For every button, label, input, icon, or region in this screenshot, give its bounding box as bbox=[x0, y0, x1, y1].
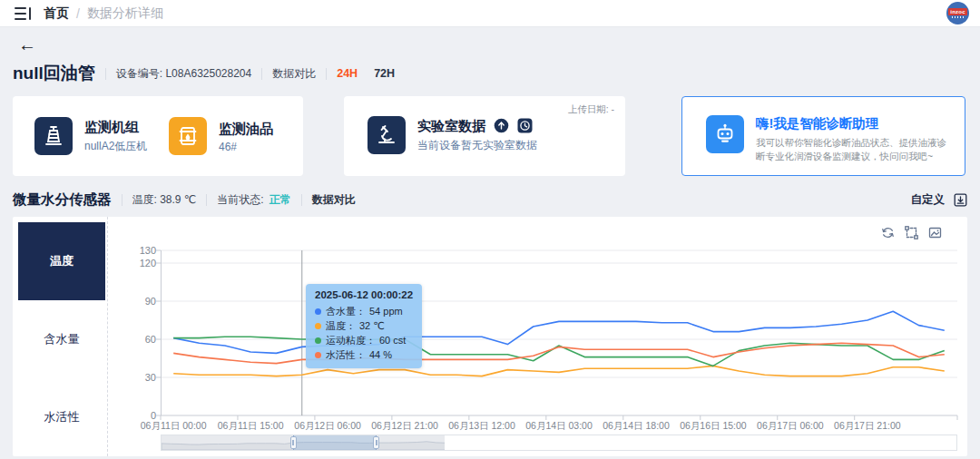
datazoom-handle-left[interactable] bbox=[290, 436, 297, 449]
ai-title: 嗨!我是智能诊断助理 bbox=[756, 115, 954, 132]
ai-description: 我可以帮你智能化诊断油品状态、提供油液诊断专业化润滑设备监测建议，快问问我吧~ bbox=[756, 136, 954, 163]
series-dot bbox=[315, 337, 321, 344]
y-tick-label: 120 bbox=[123, 258, 156, 269]
device-title-row: null回油管 设备编号: L08A6325028204 数据对比 24H 72… bbox=[13, 62, 967, 85]
divider bbox=[326, 68, 327, 80]
page: 首页 / 数据分析详细 inzoc ← null回油管 设备编号: L08A63… bbox=[0, 0, 980, 459]
restore-icon[interactable] bbox=[881, 226, 895, 239]
series-dot bbox=[315, 352, 321, 358]
chart-tooltip: 2025-06-12 00:00:22 含水量：54 ppm 温度：32 ℃ 运… bbox=[306, 284, 422, 368]
export-icon[interactable] bbox=[954, 193, 967, 207]
tab-divider bbox=[107, 217, 108, 456]
compare-label: 数据对比 bbox=[272, 66, 316, 82]
back-button[interactable]: ← bbox=[18, 36, 36, 53]
tab-water-content[interactable]: 含水量 bbox=[18, 300, 105, 378]
machine-group: 监测机组 nullA2低压机 bbox=[34, 117, 169, 155]
range-24h-button[interactable]: 24H bbox=[337, 67, 358, 80]
oil-text: 监测油品 46# bbox=[219, 120, 273, 153]
machine-text: 监测机组 nullA2低压机 bbox=[84, 118, 147, 154]
lab-empty-text: 当前设备暂无实验室数据 bbox=[417, 138, 537, 153]
series-dot bbox=[315, 308, 321, 315]
y-tick-label: 130 bbox=[123, 245, 156, 256]
data-zoom-icon[interactable] bbox=[905, 226, 918, 239]
menu-collapse-icon[interactable] bbox=[15, 7, 31, 20]
divider bbox=[122, 194, 122, 206]
series-dot bbox=[315, 323, 321, 329]
back-row: ← bbox=[0, 27, 980, 54]
breadcrumb-separator: / bbox=[76, 6, 80, 21]
datazoom-selection[interactable] bbox=[293, 435, 377, 450]
oil-barrel-icon bbox=[169, 117, 207, 155]
chart-plot-area[interactable] bbox=[161, 250, 957, 415]
navbar: 首页 / 数据分析详细 inzoc bbox=[0, 0, 980, 27]
machine-icon bbox=[34, 117, 73, 155]
ai-text: 嗨!我是智能诊断助理 我可以帮你智能化诊断油品状态、提供油液诊断专业化润滑设备监… bbox=[756, 115, 954, 163]
sensor-title: 微量水分传感器 bbox=[13, 190, 112, 210]
tooltip-timestamp: 2025-06-12 00:00:22 bbox=[315, 289, 413, 300]
ai-assistant-card[interactable]: 嗨!我是智能诊断助理 我可以帮你智能化诊断油品状态、提供油液诊断专业化润滑设备监… bbox=[681, 96, 965, 176]
summary-cards: 监测机组 nullA2低压机 监测油品 46# 上传 bbox=[13, 96, 967, 176]
device-code: 设备编号: L08A6325028204 bbox=[116, 66, 251, 82]
y-tick-label: 60 bbox=[123, 334, 156, 345]
x-tick-label: 06月17日 21:00 bbox=[818, 420, 917, 433]
tooltip-row: 水活性：44 % bbox=[315, 347, 413, 362]
upload-date: 上传日期: - bbox=[568, 103, 614, 116]
divider bbox=[105, 68, 106, 80]
chart-tabs: 温度 含水量 水活性 bbox=[18, 222, 105, 456]
y-tick-label: 90 bbox=[123, 296, 156, 307]
y-tick-label: 30 bbox=[123, 372, 156, 383]
tab-water-activity[interactable]: 水活性 bbox=[18, 378, 105, 456]
machine-value: nullA2低压机 bbox=[84, 139, 147, 154]
tooltip-row: 运动粘度：60 cst bbox=[315, 333, 413, 347]
range-72h-button[interactable]: 72H bbox=[374, 67, 395, 80]
lab-title: 实验室数据 bbox=[417, 117, 485, 134]
divider bbox=[301, 194, 302, 206]
avatar-logo-subline bbox=[952, 16, 965, 18]
page-title: null回油管 bbox=[13, 62, 95, 85]
chart-toolbox bbox=[881, 226, 942, 239]
divider bbox=[261, 68, 262, 80]
history-icon[interactable] bbox=[517, 118, 533, 133]
datazoom-slider[interactable] bbox=[161, 435, 957, 451]
breadcrumb-home[interactable]: 首页 bbox=[44, 5, 69, 22]
series-line-1 bbox=[173, 366, 945, 376]
sensor-temperature: 温度: 38.9 ℃ bbox=[132, 192, 197, 208]
oil-group: 监测油品 46# bbox=[169, 117, 303, 155]
sensor-status-label: 当前状态: bbox=[217, 192, 263, 208]
save-image-icon[interactable] bbox=[928, 226, 942, 239]
machine-title: 监测机组 bbox=[84, 118, 147, 135]
upload-icon[interactable] bbox=[494, 118, 509, 133]
tooltip-row: 温度：32 ℃ bbox=[315, 318, 413, 333]
sensor-compare-label: 数据对比 bbox=[312, 192, 356, 208]
divider bbox=[206, 194, 207, 206]
avatar-logo-text: inzoc bbox=[948, 8, 966, 15]
customize-button[interactable]: 自定义 bbox=[911, 192, 946, 208]
robot-icon bbox=[706, 115, 744, 153]
oil-value: 46# bbox=[219, 141, 273, 153]
lab-data-card: 上传日期: - 实验室数据 bbox=[344, 96, 625, 176]
lab-text: 实验室数据 当前设备暂无实验室数据 bbox=[417, 117, 537, 153]
oil-title: 监测油品 bbox=[219, 120, 273, 137]
tooltip-row: 含水量：54 ppm bbox=[315, 304, 413, 318]
status-badge: 正常 bbox=[270, 192, 291, 208]
breadcrumb-current: 数据分析详细 bbox=[87, 5, 163, 22]
sensor-header: 微量水分传感器 温度: 38.9 ℃ 当前状态: 正常 数据对比 自定义 bbox=[13, 190, 967, 210]
datazoom-handle-right[interactable] bbox=[373, 436, 379, 449]
monitoring-card: 监测机组 nullA2低压机 监测油品 46# bbox=[13, 96, 303, 176]
avatar[interactable]: inzoc bbox=[946, 2, 969, 24]
chart-card: 温度 含水量 水活性 0306090120130 06月11日 00:0006月 bbox=[13, 217, 967, 456]
microscope-icon bbox=[368, 116, 406, 154]
tab-temperature[interactable]: 温度 bbox=[18, 222, 105, 300]
